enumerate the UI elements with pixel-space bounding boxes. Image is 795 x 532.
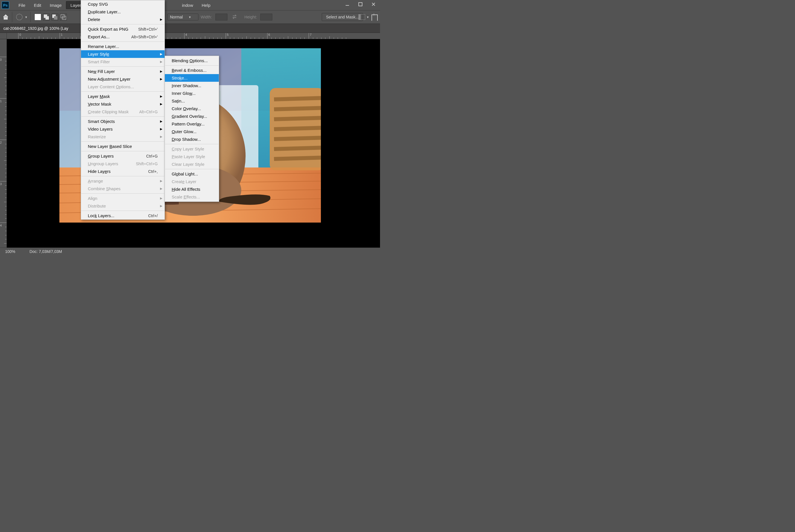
svg-line-26 — [274, 148, 321, 149]
menu-item[interactable]: New Fill Layer▶ — [81, 68, 165, 75]
svg-line-24 — [274, 128, 321, 129]
options-bar: ▼ Style: Normal▼ Width: Height: Select a… — [0, 10, 380, 24]
doc-size: Doc: 7,03M/7,03M — [30, 249, 62, 254]
style-select[interactable]: Normal▼ — [167, 14, 198, 20]
status-bar: 100% Doc: 7,03M/7,03M — [0, 248, 380, 255]
selection-subtract-icon[interactable] — [51, 14, 58, 20]
selection-new-icon[interactable] — [34, 14, 41, 20]
menu-item: Layer Content Options... — [81, 83, 165, 91]
menu-item[interactable]: Group LayersCtrl+G — [81, 152, 165, 160]
height-label: Height: — [245, 15, 257, 19]
chevron-down-icon[interactable]: ▼ — [25, 16, 28, 19]
menu-window[interactable]: indow — [178, 1, 197, 9]
menu-item: Clear Layer Style — [165, 160, 219, 168]
menu-item[interactable]: Blending Options... — [165, 57, 219, 64]
selection-add-icon[interactable] — [43, 14, 50, 20]
menu-item[interactable]: Outer Glow... — [165, 128, 219, 135]
svg-rect-3 — [46, 16, 49, 20]
menu-item: Smart Filter▶ — [81, 58, 165, 65]
swap-icon[interactable] — [232, 14, 238, 20]
menu-item[interactable]: Vector Mask▶ — [81, 100, 165, 108]
width-label: Width: — [201, 15, 212, 19]
minimize-button[interactable] — [341, 0, 354, 8]
layer-context-menu: Copy SVGDuplicate Layer...Delete▶Quick E… — [81, 0, 165, 220]
menu-item[interactable]: Satin... — [165, 97, 219, 105]
workspace-icon[interactable] — [358, 14, 365, 20]
menu-item[interactable]: Copy SVG — [81, 0, 165, 8]
chevron-down-icon[interactable]: ▼ — [366, 16, 369, 19]
menu-item: Rasterize▶ — [81, 133, 165, 140]
selection-intersect-icon[interactable] — [60, 14, 67, 20]
menu-item[interactable]: Gradient Overlay... — [165, 112, 219, 120]
menu-item[interactable]: Global Light... — [165, 170, 219, 178]
menu-item[interactable]: Hide All Effects — [165, 185, 219, 193]
menu-item[interactable]: Color Overlay... — [165, 105, 219, 112]
svg-line-21 — [274, 98, 321, 99]
width-input[interactable] — [215, 14, 228, 20]
menu-item[interactable]: Duplicate Layer... — [81, 8, 165, 16]
svg-rect-5 — [54, 16, 57, 20]
svg-rect-1 — [359, 3, 362, 6]
height-input[interactable] — [260, 14, 272, 20]
document-tab[interactable]: cat-2068462_1920.jpg @ 100% (Lay — [0, 24, 380, 33]
zoom-level[interactable]: 100% — [5, 249, 15, 254]
menu-item[interactable]: Export As...Alt+Shift+Ctrl+' — [81, 33, 165, 41]
ruler-vertical[interactable]: 01234 — [0, 39, 7, 248]
menu-item[interactable]: Rename Layer... — [81, 43, 165, 50]
menu-item[interactable]: Inner Glow... — [165, 90, 219, 97]
menu-edit[interactable]: Edit — [30, 1, 46, 9]
svg-line-25 — [274, 138, 321, 139]
menu-item[interactable]: Quick Export as PNGShift+Ctrl+' — [81, 25, 165, 33]
menu-item[interactable]: New Adjustment Layer▶ — [81, 75, 165, 83]
menu-item: Align▶ — [81, 194, 165, 202]
select-and-mask-button[interactable]: Select and Mask... — [322, 13, 363, 21]
svg-rect-0 — [346, 5, 349, 6]
ruler-horizontal[interactable]: 01234567 — [7, 33, 380, 39]
menu-item[interactable]: Drop Shadow... — [165, 135, 219, 143]
menu-item[interactable]: Bevel & Emboss... — [165, 66, 219, 74]
menu-item: Ungroup LayersShift+Ctrl+G — [81, 160, 165, 168]
menu-item: Create Clipping MaskAlt+Ctrl+G — [81, 108, 165, 116]
svg-line-22 — [274, 108, 321, 109]
maximize-button[interactable] — [354, 0, 367, 8]
menu-item: Arrange▶ — [81, 177, 165, 185]
menu-item: Distribute▶ — [81, 202, 165, 210]
menu-item: Paste Layer Style — [165, 153, 219, 160]
menu-item[interactable]: Smart Objects▶ — [81, 117, 165, 125]
svg-line-27 — [274, 157, 321, 159]
layer-style-submenu: Blending Options...Bevel & Emboss...Stro… — [165, 56, 219, 202]
menu-help[interactable]: Help — [197, 1, 215, 9]
menu-item[interactable]: Video Layers▶ — [81, 125, 165, 133]
menu-item[interactable]: New Layer Based Slice — [81, 142, 165, 150]
menu-item[interactable]: Pattern Overlay... — [165, 120, 219, 128]
menu-item: Scale Effects... — [165, 193, 219, 201]
menu-item: Create Layer — [165, 178, 219, 185]
menubar: Ps File Edit Image Layer indow Help — [0, 0, 380, 10]
share-icon[interactable] — [372, 15, 378, 21]
selection-shape-dropdown[interactable] — [16, 14, 22, 20]
app-icon: Ps — [2, 1, 9, 9]
menu-file[interactable]: File — [14, 1, 30, 9]
menu-item: Copy Layer Style — [165, 145, 219, 153]
menu-item[interactable]: Layer Mask▶ — [81, 93, 165, 100]
menu-item[interactable]: Delete▶ — [81, 16, 165, 23]
menu-image[interactable]: Image — [46, 1, 66, 9]
menu-item: Combine Shapes▶ — [81, 185, 165, 192]
menu-item[interactable]: Lock Layers...Ctrl+/ — [81, 212, 165, 220]
menu-item[interactable]: Stroke... — [165, 74, 219, 82]
menu-item[interactable]: Inner Shadow... — [165, 82, 219, 90]
close-button[interactable] — [367, 0, 380, 8]
home-icon[interactable] — [2, 14, 9, 20]
menu-item[interactable]: Hide LayersCtrl+, — [81, 168, 165, 175]
ruler-corner — [0, 33, 7, 39]
svg-line-23 — [274, 118, 321, 119]
menu-item[interactable]: Layer Style▶ — [81, 50, 165, 58]
